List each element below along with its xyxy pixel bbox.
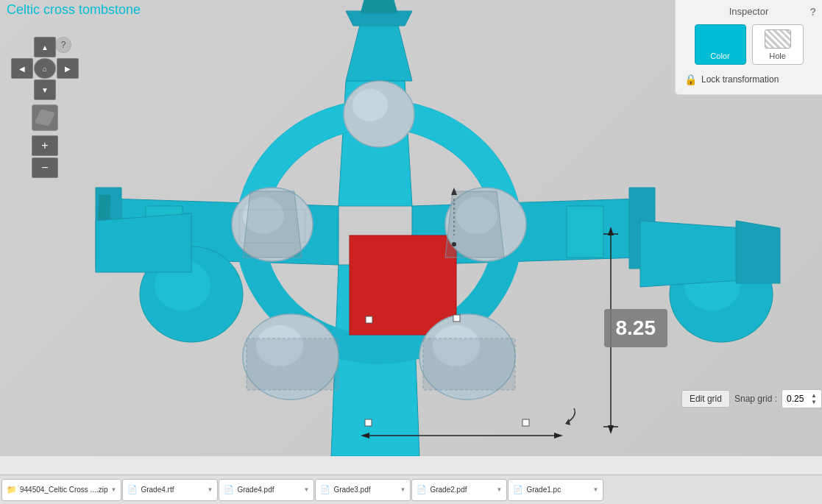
svg-marker-38 [554,433,563,439]
svg-marker-2 [361,0,397,13]
inspector-title: Inspector [684,6,813,17]
taskbar-item-4[interactable]: 📄 Grade2.pdf ▼ [411,479,507,501]
taskbar-icon-0: 📁 [7,485,17,494]
taskbar-item-3[interactable]: 📄 Grade3.pdf ▼ [315,479,411,501]
nav-empty-br [57,79,79,100]
svg-marker-26 [640,221,751,287]
taskbar-label-4: Grade2.pdf [430,486,493,494]
snap-grid-spinner[interactable]: ▲ ▼ [811,392,817,405]
nav-home-button[interactable]: ⌂ [34,58,56,79]
nav-left-button[interactable]: ◀ [11,58,33,79]
lock-icon: 🔒 [684,74,697,85]
taskbar-dropdown-5[interactable]: ▼ [593,486,599,493]
svg-rect-40 [522,419,529,426]
3d-viewport[interactable]: Celtic cross tombstone ? ▲ ◀ ⌂ ▶ ▼ + − 8… [0,0,822,456]
view-cube-graphic [35,109,55,127]
taskbar-item-2[interactable]: 📄 Grade4.pdf ▼ [219,479,314,501]
svg-point-30 [352,89,388,121]
snap-grid-value[interactable]: 0.25 ▲ ▼ [782,389,822,408]
taskbar-dropdown-0[interactable]: ▼ [111,486,117,493]
nav-down-button[interactable]: ▼ [34,79,56,100]
taskbar-dropdown-2[interactable]: ▼ [304,486,310,493]
svg-marker-42 [565,419,570,425]
taskbar-icon-3: 📄 [320,485,330,494]
navigation-controls: ▲ ◀ ⌂ ▶ ▼ + − [11,37,79,178]
taskbar-dropdown-4[interactable]: ▼ [497,486,503,493]
svg-rect-39 [366,316,372,323]
svg-marker-28 [96,213,191,272]
svg-marker-27 [736,221,780,283]
nav-right-button[interactable]: ▶ [57,58,79,79]
zoom-in-button[interactable]: + [32,135,58,156]
taskbar-item-5[interactable]: 📄 Grade1.pc ▼ [508,479,603,501]
page-title: Celtic cross tombstone [7,2,141,18]
inspector-type-buttons: Color Hole [684,24,813,65]
taskbar-icon-1: 📄 [127,485,138,494]
lock-transformation-toggle[interactable]: 🔒 Lock transformation [684,74,813,85]
taskbar-item-1[interactable]: 📄 Grade4.rtf ▼ [122,479,218,501]
taskbar-item-0[interactable]: 📁 944504_Celtic Cross ....zip ▼ [1,479,121,501]
lock-transformation-label: Lock transformation [701,74,779,85]
measurement-badge: 8.25 [604,309,668,347]
zoom-controls: + − [32,135,58,178]
svg-point-46 [452,242,456,246]
taskbar-label-2: Grade4.pdf [237,486,300,494]
edit-grid-button[interactable]: Edit grid [681,390,730,408]
svg-marker-0 [346,22,412,81]
svg-rect-43 [453,315,460,322]
taskbar: 📁 944504_Celtic Cross ....zip ▼ 📄 Grade4… [0,475,822,504]
taskbar-label-3: Grade3.pdf [333,486,397,494]
nav-up-button[interactable]: ▲ [34,37,56,57]
nav-empty-tr [57,37,79,57]
hole-label: Hole [769,52,786,60]
nav-empty-bl [11,79,33,100]
inspector-panel: Inspector ? Color Hole 🔒 Lock transforma… [675,0,822,95]
nav-empty-tl [11,37,33,57]
zoom-out-button[interactable]: − [32,157,58,178]
hole-button[interactable]: Hole [752,24,804,65]
pan-controls: ▲ ◀ ⌂ ▶ ▼ [11,37,79,100]
snap-grid-label: Snap grid : [734,394,777,404]
inspector-help-button[interactable]: ? [809,6,816,18]
svg-marker-10 [567,206,603,258]
view-cube-button[interactable] [32,104,58,131]
color-swatch [707,29,734,49]
snap-grid-controls: Edit grid Snap grid : 0.25 ▲ ▼ [681,389,822,408]
color-button[interactable]: Color [695,24,746,65]
taskbar-label-5: Grade1.pc [526,486,589,494]
svg-rect-41 [365,419,372,426]
taskbar-label-0: 944504_Celtic Cross ....zip [20,486,108,494]
taskbar-icon-5: 📄 [513,485,523,494]
taskbar-label-1: Grade4.rtf [141,486,204,494]
color-label: Color [710,52,729,60]
taskbar-icon-4: 📄 [417,485,427,494]
taskbar-icon-2: 📄 [224,485,234,494]
taskbar-dropdown-1[interactable]: ▼ [208,486,213,493]
taskbar-dropdown-3[interactable]: ▼ [400,486,406,493]
hole-swatch [765,29,791,49]
